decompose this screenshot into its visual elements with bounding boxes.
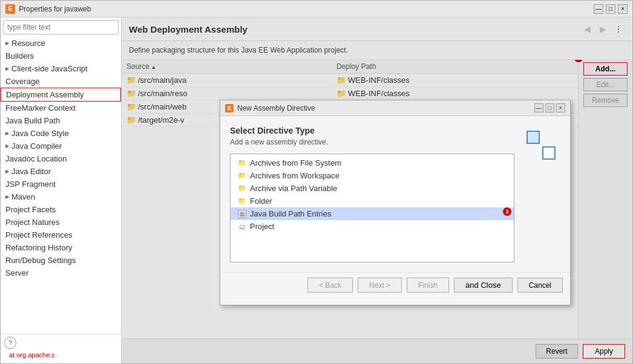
jar-icon: ▦ <box>238 210 246 218</box>
directive-label: Folder <box>250 197 272 206</box>
sidebar-item-javadoc[interactable]: Javadoc Location <box>1 152 121 165</box>
error-text: at org.apache.c <box>4 349 117 361</box>
directive-item-java-build-path-entries[interactable]: ▦ Java Build Path Entries 3 <box>231 207 514 220</box>
filter-input[interactable] <box>3 20 119 34</box>
sidebar-item-label: Server <box>5 268 28 278</box>
directive-label: Archives from File System <box>250 158 341 167</box>
back-button[interactable]: < Back <box>307 278 353 293</box>
sidebar-item-label: JSP Fragment <box>5 180 56 189</box>
dialog-footer: < Back Next > Finish and Close Cancel <box>220 272 570 297</box>
help-button[interactable]: ? <box>4 337 16 349</box>
sidebar-item-builders[interactable]: Builders <box>1 50 121 62</box>
maximize-button[interactable]: □ <box>606 4 615 14</box>
directive-label: Java Build Path Entries <box>250 209 331 218</box>
sidebar-item-freemarker[interactable]: FreeMarker Context <box>1 102 121 114</box>
sidebar-item-client-js[interactable]: Client-side JavaScript <box>1 62 121 75</box>
dialog-maximize-button[interactable]: □ <box>545 103 554 112</box>
directive-label: Archives from Workspace <box>250 171 339 180</box>
folder-icon: 📁 <box>238 197 246 206</box>
window-title: Properties for javaweb <box>19 5 91 13</box>
dialog-overlay: E New Assembly Directive — □ × Select Di… <box>122 18 632 363</box>
dialog-content: Select Directive Type Add a new assembly… <box>230 126 514 262</box>
directive-item-project[interactable]: 🗂 Project <box>231 220 514 233</box>
dialog-heading: Select Directive Type <box>230 126 514 135</box>
title-bar: E Properties for javaweb — □ × <box>1 1 632 18</box>
sidebar-item-label: FreeMarker Context <box>5 103 76 112</box>
marker-3-badge: 3 <box>503 207 511 216</box>
title-controls: — □ × <box>594 4 628 14</box>
dialog-body: Select Directive Type Add a new assembly… <box>220 116 570 272</box>
directive-label: Project <box>250 222 274 231</box>
sidebar-item-maven[interactable]: Maven <box>1 190 121 203</box>
sidebar-item-label: Project Facets <box>5 205 56 214</box>
sidebar-item-server[interactable]: Server <box>1 267 121 279</box>
sidebar-item-project-facets[interactable]: Project Facets <box>1 203 121 216</box>
dialog-titlebar: E New Assembly Directive — □ × <box>220 100 570 116</box>
dialog-new-assembly: E New Assembly Directive — □ × Select Di… <box>220 100 571 305</box>
sidebar-item-label: Project References <box>5 230 73 239</box>
sidebar-item-project-natures[interactable]: Project Natures <box>1 216 121 229</box>
close-button[interactable]: × <box>618 4 628 14</box>
dialog-assembly-icon <box>522 126 560 164</box>
main-window: E Properties for javaweb — □ × Resource … <box>0 0 633 364</box>
dialog-icon: E <box>225 104 234 112</box>
sidebar-item-label: Deployment Assembly <box>6 90 84 99</box>
sidebar-item-java-editor[interactable]: Java Editor <box>1 165 121 178</box>
sidebar-item-label: Run/Debug Settings <box>5 256 76 265</box>
minimize-button[interactable]: — <box>594 4 603 14</box>
sidebar-item-label: Refactoring History <box>5 243 73 252</box>
sidebar-item-deployment-assembly[interactable]: Deployment Assembly <box>1 88 121 102</box>
sidebar-item-run-debug[interactable]: Run/Debug Settings <box>1 254 121 267</box>
folder-icon: 📁 <box>238 184 246 193</box>
next-button[interactable]: Next > <box>358 278 402 293</box>
sidebar-help-area: ? at org.apache.c <box>1 334 121 363</box>
sidebar-item-label: Builders <box>5 51 34 60</box>
sidebar-item-coverage[interactable]: Coverage <box>1 75 121 88</box>
folder-icon: 📁 <box>238 159 246 167</box>
sidebar-item-label: Java Code Style <box>11 129 69 138</box>
sidebar-item-java-build-path[interactable]: Java Build Path <box>1 114 121 127</box>
sidebar-item-java-compiler[interactable]: Java Compiler <box>1 140 121 152</box>
sidebar-item-refactoring[interactable]: Refactoring History <box>1 241 121 254</box>
dialog-close-button[interactable]: × <box>556 103 565 112</box>
sidebar-item-label: Javadoc Location <box>5 154 67 163</box>
sidebar-item-jsp-fragment[interactable]: JSP Fragment <box>1 178 121 190</box>
sidebar: Resource Builders Client-side JavaScript… <box>1 18 122 363</box>
sidebar-item-label: Java Build Path <box>5 116 60 125</box>
dialog-title: New Assembly Directive <box>237 104 315 112</box>
dialog-controls: — □ × <box>534 103 565 112</box>
content-area: Resource Builders Client-side JavaScript… <box>1 18 632 363</box>
directive-label: Archive via Path Variable <box>250 184 337 193</box>
project-icon: 🗂 <box>238 223 246 231</box>
folder-icon: 📁 <box>238 172 246 180</box>
directive-list: 📁 Archives from File System 📁 Archives f… <box>230 154 514 262</box>
right-panel: Web Deployment Assembly ◀ ▶ ⋮ Define pac… <box>122 18 632 363</box>
sidebar-item-label: Maven <box>11 192 35 201</box>
sidebar-item-label: Java Compiler <box>11 141 62 151</box>
dialog-desc: Add a new assembly directive. <box>230 138 514 146</box>
sidebar-list: Resource Builders Client-side JavaScript… <box>1 37 121 334</box>
cancel-button[interactable]: Cancel <box>517 278 563 293</box>
sidebar-item-label: Resource <box>11 39 45 48</box>
sidebar-item-project-references[interactable]: Project References <box>1 229 121 241</box>
and-close-button[interactable]: and Close <box>454 278 513 293</box>
and-close-label: and Close <box>465 281 501 290</box>
directive-item-archive-path[interactable]: 📁 Archive via Path Variable <box>231 182 514 195</box>
sidebar-item-label: Client-side JavaScript <box>11 64 88 73</box>
sidebar-item-label: Coverage <box>5 77 39 86</box>
sidebar-item-label: Java Editor <box>11 167 51 176</box>
finish-button[interactable]: Finish <box>407 278 449 293</box>
directive-item-archives-ws[interactable]: 📁 Archives from Workspace <box>231 169 514 182</box>
sidebar-item-resource[interactable]: Resource <box>1 37 121 50</box>
directive-item-archives-fs[interactable]: 📁 Archives from File System <box>231 157 514 169</box>
app-icon: E <box>5 4 15 14</box>
sidebar-item-java-code-style[interactable]: Java Code Style <box>1 127 121 140</box>
sidebar-item-label: Project Natures <box>5 218 60 227</box>
directive-item-folder[interactable]: 📁 Folder <box>231 195 514 207</box>
dialog-minimize-button[interactable]: — <box>534 103 543 112</box>
